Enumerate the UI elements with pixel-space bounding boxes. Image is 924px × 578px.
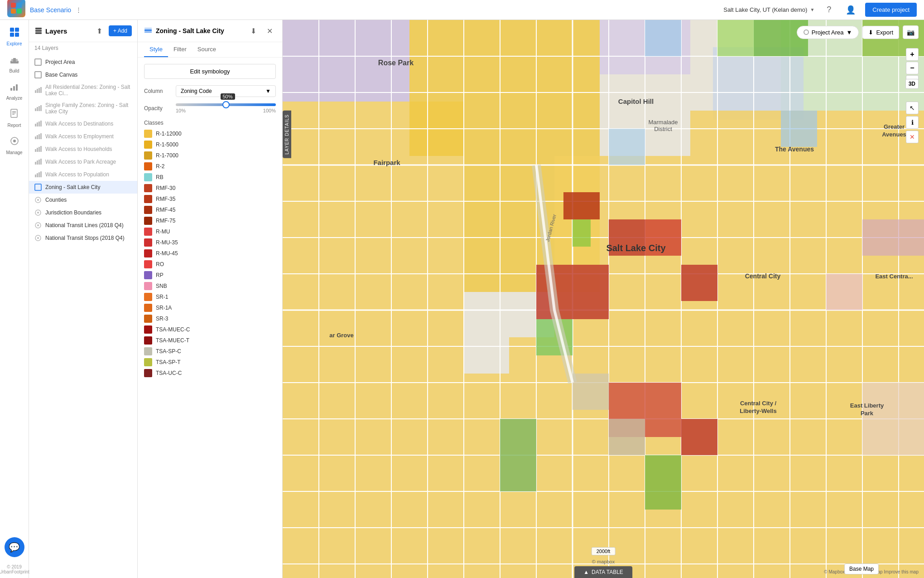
layer-name-all-residential: All Residential Zones: Zoning - Salt Lak… (45, 84, 132, 97)
class-item-r-mu: R-MU (144, 228, 276, 236)
zoning-tab-style[interactable]: Style (144, 42, 168, 57)
layers-actions: ⬆ + Add (93, 24, 132, 37)
svg-text:Fairpark: Fairpark (373, 159, 400, 166)
class-item-rmf-75: RMF-75 (144, 217, 276, 225)
svg-text:East Centra...: East Centra... (875, 273, 913, 280)
svg-rect-3 (17, 9, 22, 14)
chat-button[interactable]: 💬 (5, 537, 24, 557)
copyright-text: © 2019 UrbanFootprint (0, 563, 30, 578)
scenario-menu-icon[interactable]: ⋮ (76, 6, 82, 13)
export-icon: ⬇ (868, 29, 873, 36)
layer-item-walk-employment[interactable]: Walk Access to Employment (29, 130, 137, 143)
layer-item-counties[interactable]: Counties (29, 194, 137, 206)
svg-rect-55 (35, 184, 41, 190)
zoning-close-button[interactable]: ✕ (263, 24, 276, 37)
layer-item-base-canvas[interactable]: Base Canvas (29, 68, 137, 81)
class-name: TSA-MUEC-C (156, 326, 190, 333)
column-chevron-icon: ▼ (265, 88, 271, 94)
class-swatch (144, 184, 152, 192)
zoom-out-button[interactable]: − (906, 62, 919, 74)
svg-rect-5 (15, 28, 19, 32)
sidebar-item-manage[interactable]: Manage (2, 132, 27, 159)
layer-item-single-family[interactable]: Single Family Zones: Zoning - Salt Lake … (29, 99, 137, 117)
layer-item-transit-lines[interactable]: National Transit Lines (2018 Q4) (29, 219, 137, 232)
report-label: Report (7, 123, 21, 128)
opacity-thumb[interactable] (222, 101, 230, 108)
class-item-snb: SNB (144, 282, 276, 290)
sidebar-item-explore[interactable]: Explore (2, 24, 27, 50)
svg-text:District: District (654, 126, 672, 132)
map-area[interactable]: Rose Park Capitol Hill Marmalade Distric… (283, 20, 924, 578)
create-project-button[interactable]: Create project (865, 3, 917, 17)
svg-rect-54 (40, 171, 42, 177)
data-table-button[interactable]: ▲ DATA TABLE (574, 566, 632, 578)
sidebar-item-build[interactable]: Build (2, 51, 27, 77)
opacity-labels: 10% 100% (176, 108, 276, 113)
layer-chart-icon (34, 133, 42, 140)
add-layer-button[interactable]: + Add (109, 25, 132, 36)
manage-icon (10, 136, 19, 148)
svg-rect-64 (144, 29, 152, 31)
zoning-tab-filter[interactable]: Filter (168, 42, 192, 57)
three-d-button[interactable]: 3D (905, 79, 919, 89)
layer-item-walk-households[interactable]: Walk Access to Households (29, 143, 137, 155)
info-button[interactable]: ℹ (906, 116, 919, 129)
class-name: R-1-12000 (156, 131, 182, 137)
class-swatch (144, 369, 152, 377)
svg-rect-123 (500, 419, 536, 491)
layer-name-project-area: Project Area (45, 59, 132, 65)
layer-item-walk-population[interactable]: Walk Access to Population (29, 168, 137, 181)
svg-rect-27 (35, 90, 36, 93)
layer-item-walk-destinations[interactable]: Walk Access to Destinations (29, 117, 137, 130)
layers-header: Layers ⬆ + Add (29, 20, 137, 42)
svg-text:Liberty-Wells: Liberty-Wells (740, 408, 776, 414)
class-item-ro: RO (144, 260, 276, 268)
layer-item-all-residential[interactable]: All Residential Zones: Zoning - Salt Lak… (29, 81, 137, 99)
class-name: R-1-5000 (156, 141, 178, 148)
screenshot-button[interactable]: 📷 (903, 25, 919, 39)
svg-text:ar Grove: ar Grove (329, 332, 353, 339)
help-button[interactable]: ? (822, 3, 836, 17)
svg-point-57 (37, 199, 39, 201)
edit-symbology-button[interactable]: Edit symbology (144, 64, 276, 79)
svg-text:Greater: Greater (884, 123, 905, 130)
zoom-in-button[interactable]: + (906, 48, 919, 61)
class-name: SR-1A (156, 305, 172, 311)
layer-item-project-area[interactable]: Project Area (29, 56, 137, 68)
class-item-r-mu-45: R-MU-45 (144, 249, 276, 257)
svg-rect-120 (826, 274, 862, 310)
column-value: Zoning Code (181, 88, 212, 94)
layer-name-jurisdiction: Jurisdiction Boundaries (45, 209, 132, 216)
base-map-button[interactable]: Base Map (844, 563, 879, 574)
zoning-download-button[interactable]: ⬇ (247, 24, 260, 37)
svg-rect-124 (573, 219, 591, 247)
opacity-track[interactable]: 50% (176, 103, 276, 106)
zoning-tab-source[interactable]: Source (192, 42, 221, 57)
cursor-tool-button[interactable]: ↖ (906, 102, 919, 114)
layer-item-transit-stops[interactable]: National Transit Stops (2018 Q4) (29, 232, 137, 244)
layer-item-walk-park[interactable]: Walk Access to Park Acreage (29, 155, 137, 168)
svg-rect-16 (11, 109, 17, 117)
close-panel-button[interactable]: ✕ (906, 131, 919, 143)
class-item-tsa-uc-c: TSA-UC-C (144, 369, 276, 377)
class-name: R-MU-35 (156, 239, 178, 246)
explore-icon (10, 27, 19, 39)
project-area-button[interactable]: Project Area ▼ (797, 26, 859, 39)
layer-details-tab[interactable]: LAYER DETAILS (283, 111, 291, 158)
class-name: SR-3 (156, 316, 168, 322)
class-swatch (144, 325, 152, 334)
map-visualization: Rose Park Capitol Hill Marmalade Distric… (283, 20, 924, 578)
upload-button[interactable]: ⬆ (93, 24, 106, 37)
layer-chart-icon (34, 87, 42, 94)
location-selector[interactable]: Salt Lake City, UT (Kelan demo) ▼ (723, 6, 814, 13)
user-profile-button[interactable]: 👤 (843, 3, 858, 17)
svg-text:Rose Park: Rose Park (378, 59, 414, 67)
svg-text:Salt Lake City: Salt Lake City (606, 243, 666, 253)
export-button[interactable]: ⬇ Export (862, 26, 899, 39)
sidebar-item-analyze[interactable]: Analyze (2, 78, 27, 104)
layer-item-zoning-slc[interactable]: Zoning - Salt Lake City (29, 181, 137, 194)
layer-item-jurisdiction[interactable]: Jurisdiction Boundaries (29, 206, 137, 219)
svg-rect-65 (144, 31, 152, 33)
svg-rect-24 (35, 32, 42, 34)
sidebar-item-report[interactable]: Report (2, 105, 27, 131)
